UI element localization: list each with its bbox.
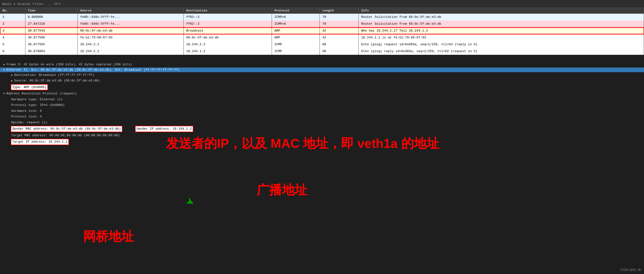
hw-type-line: Hardware type: Ethernet (1) — [0, 97, 644, 103]
sender-ip-line: Sender IP address: 10.244.1.2 — [135, 126, 193, 132]
proto-size-line: Protocol size: 4 — [0, 114, 644, 120]
table-row[interactable]: 530.87756510.244.2.210.244.2.2ICMP98Echo… — [0, 41, 644, 48]
table-cell: 70 — [320, 21, 359, 28]
sender-mac-line: Sender MAC address: 66:0c:5f:de:e3:db (6… — [11, 126, 122, 132]
table-cell: 3 — [0, 28, 25, 34]
table-cell: 10.244.2.2 — [184, 41, 272, 48]
col-time: Time — [25, 8, 78, 14]
broadcast-annotation: 广播地址 — [256, 181, 307, 199]
table-cell: 30.877560 — [25, 34, 78, 41]
table-cell: ICMPv6 — [272, 14, 320, 21]
col-info: Info — [359, 8, 644, 14]
table-row[interactable]: 330.87754366:0c:5f:de:e3:dbBroadcastARP4… — [0, 28, 644, 34]
col-source: Source — [78, 8, 184, 14]
table-cell: Echo (ping) reply id=0x065a, seq=1/256, … — [359, 48, 644, 55]
packet-table: No. Time Source Destination Protocol Len… — [0, 8, 644, 55]
arp-expand-icon[interactable] — [4, 92, 6, 95]
table-cell: Router Solicitation from 66:0c:5f:de:e3:… — [359, 21, 644, 28]
hw-size-line: Hardware size: 6 — [0, 108, 644, 114]
table-row[interactable]: 227.647218fe80::640c:5fff:fe...ff02::2IC… — [0, 21, 644, 28]
table-cell: fe:b1:79:68:67:93 — [78, 34, 184, 41]
col-destination: Destination — [184, 8, 272, 14]
table-cell: 10.244.1.1 is at fe:b1:79:68:67:93 — [359, 34, 644, 41]
proto-type-line: Protocol type: IPv4 (0x0800) — [0, 102, 644, 108]
type-line: Type: ARP (0x0806) — [11, 84, 48, 91]
col-protocol: Protocol — [272, 8, 320, 14]
table-cell: 6 — [0, 48, 25, 55]
table-cell: 2 — [0, 21, 25, 28]
table-cell: 30.877543 — [25, 28, 78, 34]
table-cell: 42 — [320, 34, 359, 41]
table-cell: 30.878084 — [25, 48, 78, 55]
table-cell: ICMPv6 — [272, 21, 320, 28]
table-cell: 98 — [320, 41, 359, 48]
table-cell: ICMP — [272, 41, 320, 48]
source-line: Source: 66:0c:5f:de:e3:db (66:0c:5f:de:e… — [0, 78, 644, 84]
table-cell: Broadcast — [184, 28, 272, 34]
detail-pane: Frame 3: 42 bytes on wire (336 bits), 42… — [0, 62, 644, 274]
table-cell: 0.000000 — [25, 14, 78, 21]
col-length: Length — [320, 8, 359, 14]
frame-line: Frame 3: 42 bytes on wire (336 bits), 42… — [0, 62, 644, 68]
table-cell: 42 — [320, 28, 359, 34]
frame-expand-icon[interactable] — [4, 63, 6, 66]
table-cell: Echo (ping) request id=0x065a, seq=1/256… — [359, 41, 644, 48]
packet-list-area: No. Time Source Destination Protocol Len… — [0, 8, 644, 62]
ethernet-expand-icon[interactable] — [4, 68, 6, 72]
dest-expand-icon[interactable] — [11, 73, 14, 77]
arp-header-line: Address Resolution Protocol (request) — [0, 91, 644, 97]
table-cell: 70 — [320, 14, 359, 21]
table-cell: ICMP — [272, 48, 320, 55]
bridge-annotation: 网桥地址 — [83, 228, 134, 245]
filter-input-label: Apply a display filter ... <⌘/> — [2, 2, 61, 6]
filter-bar[interactable]: Apply a display filter ... <⌘/> — [0, 0, 644, 8]
table-cell: 5 — [0, 41, 25, 48]
target-mac-line: Target MAC address: 00:00:00_00:00:00 (0… — [0, 133, 644, 138]
src-expand-icon[interactable] — [11, 79, 14, 82]
opcode-line: Opcode: request (1) — [0, 120, 644, 126]
table-row[interactable]: 10.000000fe80::640c:5fff:fe...ff02::2ICM… — [0, 14, 644, 21]
table-cell: Router Solicitation from 66:0c:5f:de:e3:… — [359, 14, 644, 21]
table-row[interactable]: 630.87808410.244.2.210.244.1.2ICMP98Echo… — [0, 48, 644, 55]
table-cell: 66:0c:5f:de:e3:db — [78, 28, 184, 34]
table-cell: ff02::2 — [184, 21, 272, 28]
table-cell: fe80::640c:5fff:fe... — [78, 21, 184, 28]
green-arrow-icon: ➤ — [182, 193, 198, 213]
ethernet-header-line[interactable]: Ethernet II, Src: 66:0c:5f:de:e3:db (66:… — [0, 68, 644, 72]
table-header-row: No. Time Source Destination Protocol Len… — [0, 8, 644, 14]
table-cell: 98 — [320, 48, 359, 55]
table-cell: Who has 10.244.1.1? Tell 10.244.1.2 — [359, 28, 644, 34]
table-cell: 10.244.1.2 — [184, 48, 272, 55]
table-row[interactable]: 430.877560fe:b1:79:68:67:9366:0c:5f:de:e… — [0, 34, 644, 41]
csdn-watermark: CSDN @码二叁 — [620, 268, 641, 272]
table-cell: ARP — [272, 28, 320, 34]
target-ip-line: Target IP address: 10.244.1.1 — [11, 139, 69, 145]
table-cell: 4 — [0, 34, 25, 41]
col-no: No. — [0, 8, 25, 14]
table-cell: ARP — [272, 34, 320, 41]
table-cell: 10.244.2.2 — [78, 48, 184, 55]
packet-rows: 10.000000fe80::640c:5fff:fe...ff02::2ICM… — [0, 14, 644, 55]
table-cell: fe80::640c:5fff:fe... — [78, 14, 184, 21]
table-cell: 30.877565 — [25, 41, 78, 48]
table-cell: 10.244.2.2 — [78, 41, 184, 48]
table-cell: 27.647218 — [25, 21, 78, 28]
destination-line: Destination: Broadcast (ff:ff:ff:ff:ff:f… — [0, 72, 644, 78]
table-cell: 66:0c:5f:de:e3:db — [184, 34, 272, 41]
table-cell: ff02::2 — [184, 14, 272, 21]
table-cell: 1 — [0, 14, 25, 21]
